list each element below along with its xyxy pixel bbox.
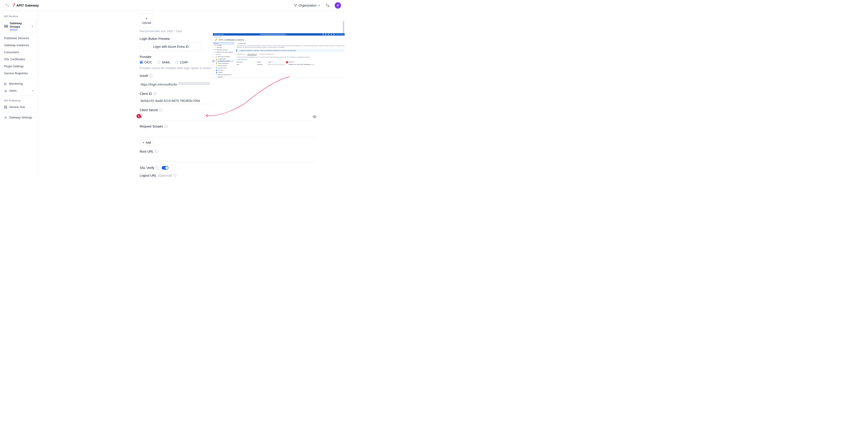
svg-rect-5 (4, 106, 5, 107)
nav-published-services[interactable]: Published Services (2, 35, 36, 41)
section-api-runtime: API Runtime (2, 13, 36, 19)
logo-upload[interactable]: + Upload (140, 13, 153, 27)
provider-ldap[interactable]: LDAP (175, 61, 188, 64)
root-url-input[interactable] (140, 155, 316, 162)
issuer-label: Issuer (140, 74, 148, 77)
svg-point-10 (314, 116, 315, 117)
client-secret-label: Client Secret (140, 108, 158, 112)
issuer-input[interactable] (140, 81, 178, 88)
client-id-input[interactable] (140, 97, 212, 104)
svg-rect-4 (4, 27, 8, 27)
gateway-groups-selector[interactable]: Gateway Groups default (2, 20, 36, 33)
chevron-down-icon (32, 90, 34, 92)
svg-rect-7 (4, 107, 5, 108)
nav-plugin-settings[interactable]: Plugin Settings (2, 63, 36, 70)
info-icon[interactable]: i (156, 166, 159, 169)
request-scopes-input[interactable] (140, 131, 316, 137)
nav-service-registries[interactable]: Service Registries (2, 70, 36, 76)
language-button[interactable] (324, 2, 331, 9)
sidebar: API Runtime Gateway Groups default Publi… (0, 11, 38, 177)
info-icon[interactable]: i (173, 174, 177, 177)
provider-saml[interactable]: SAML (157, 61, 170, 64)
svg-point-1 (296, 4, 297, 5)
svg-rect-8 (6, 107, 7, 108)
toggle-visibility[interactable] (312, 114, 316, 119)
nav-gateway-instances[interactable]: Gateway Instances (2, 42, 36, 48)
nav-consumers[interactable]: Consumers (2, 49, 36, 56)
upload-hint: Recommended size 24px * 24px (140, 29, 316, 33)
root-url-label: Root URL (140, 150, 154, 153)
info-icon[interactable]: i (153, 92, 156, 95)
azure-screenshot: Microsoft Azure 🔍Search resources, servi… (213, 33, 345, 78)
add-scope-button[interactable]: +Add (140, 139, 154, 146)
sidebar-toggle[interactable] (4, 2, 11, 9)
plus-icon: + (145, 16, 147, 21)
svg-rect-6 (6, 106, 7, 107)
chevron-down-icon (318, 4, 320, 7)
ssl-verify-label: SSL Verify (140, 166, 154, 170)
plus-icon: + (143, 141, 145, 144)
info-icon[interactable]: i (150, 74, 153, 77)
provider-oidc[interactable]: OIDC (140, 61, 152, 64)
client-id-label: Client ID (140, 92, 152, 96)
info-icon[interactable]: i (164, 125, 167, 128)
user-avatar[interactable]: A (335, 2, 341, 9)
gear-icon (4, 116, 7, 119)
nav-ssl-certificates[interactable]: SSL Certificates (2, 56, 36, 63)
key-icon: 🔑 (215, 39, 217, 41)
client-secret-input[interactable] (140, 114, 312, 121)
svg-point-2 (295, 6, 296, 7)
nav-service-hub[interactable]: Service Hub (2, 104, 36, 110)
organization-menu[interactable]: Organization (294, 4, 320, 7)
svg-point-0 (294, 4, 295, 5)
logout-url-label: Logout URL (140, 174, 157, 177)
nav-monitoring[interactable]: Monitoring (2, 80, 36, 87)
ssl-verify-toggle[interactable] (162, 166, 168, 170)
topbar: 7 API7 Gateway Organization A (0, 0, 345, 11)
info-icon[interactable]: i (155, 150, 158, 153)
bell-icon (4, 89, 7, 92)
eye-icon (312, 114, 316, 119)
content: + Upload Recommended size 24px * 24px Lo… (38, 11, 345, 177)
request-scopes-label: Request Scopes (140, 125, 163, 128)
server-icon (4, 25, 8, 28)
chevron-down-icon (31, 25, 34, 27)
annotation-marker-1: 1 (136, 114, 141, 118)
grid-icon (4, 105, 7, 109)
brand: 7 API7 Gateway (13, 3, 39, 8)
section-api-publishing: API Publishing (2, 98, 36, 103)
svg-rect-3 (4, 25, 8, 26)
info-icon[interactable]: i (159, 108, 162, 112)
logo-mark: 7 (13, 3, 15, 8)
product-name: API7 Gateway (16, 3, 39, 7)
svg-point-9 (5, 117, 6, 118)
login-preview: Login with Azure Entra ID (140, 42, 202, 51)
nav-gateway-settings[interactable]: Gateway Settings (2, 114, 36, 121)
nav-alerts[interactable]: Alerts (2, 88, 36, 94)
chart-icon (4, 82, 7, 85)
azure-search: 🔍Search resources, services, and docs (G… (260, 34, 287, 35)
